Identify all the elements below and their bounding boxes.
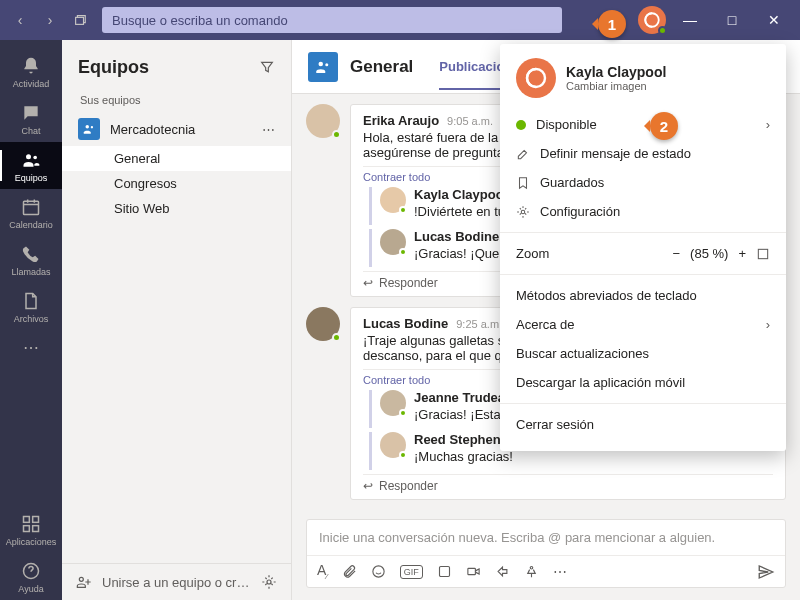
avatar[interactable]: [306, 104, 340, 138]
svg-rect-7: [24, 526, 30, 532]
chevron-right-icon: ›: [766, 117, 770, 132]
team-row[interactable]: Mercadotecnia ⋯: [62, 112, 291, 146]
avatar[interactable]: [306, 307, 340, 341]
channel-sitioweb[interactable]: Sitio Web: [62, 196, 291, 221]
maximize-button[interactable]: □: [714, 6, 750, 34]
profile-avatar-large[interactable]: [516, 58, 556, 98]
close-button[interactable]: ✕: [756, 6, 792, 34]
team-more-icon[interactable]: ⋯: [262, 122, 275, 137]
saved-item[interactable]: Guardados: [500, 168, 786, 197]
reply-icon: ↩: [363, 276, 373, 290]
zoom-in-button[interactable]: +: [738, 246, 746, 261]
fullscreen-icon[interactable]: [756, 247, 770, 261]
svg-point-16: [373, 566, 384, 577]
bookmark-icon: [516, 176, 530, 190]
emoji-icon[interactable]: [371, 564, 386, 579]
svg-point-11: [91, 126, 93, 128]
presence-indicator: [658, 26, 667, 35]
format-icon[interactable]: A∕: [317, 562, 328, 581]
attach-icon[interactable]: [342, 564, 357, 579]
teams-title: Equipos: [78, 57, 149, 78]
svg-point-15: [325, 63, 328, 66]
rail-calls[interactable]: Llamadas: [0, 236, 62, 283]
keyboard-shortcuts[interactable]: Métodos abreviados de teclado: [500, 281, 786, 310]
edit-icon: [516, 147, 530, 161]
svg-rect-18: [468, 568, 476, 574]
channel-general[interactable]: General: [62, 146, 291, 171]
rail-more[interactable]: ⋯: [0, 330, 62, 363]
stream-icon[interactable]: [495, 564, 510, 579]
gear-icon: [516, 205, 530, 219]
rail-help[interactable]: Ayuda: [0, 553, 62, 600]
avatar[interactable]: [380, 390, 406, 416]
svg-point-2: [26, 154, 31, 159]
avatar[interactable]: [380, 229, 406, 255]
meet-icon[interactable]: [466, 564, 481, 579]
profile-avatar[interactable]: [638, 6, 666, 34]
rail-calendar[interactable]: Calendario: [0, 189, 62, 236]
svg-rect-6: [33, 517, 39, 523]
gif-icon[interactable]: GIF: [400, 565, 423, 579]
callout-1: 1: [598, 10, 626, 38]
join-team-label[interactable]: Unirse a un equipo o crea...: [102, 575, 251, 590]
svg-point-21: [521, 210, 525, 214]
reply-button[interactable]: ↩Responder: [363, 474, 773, 495]
avatar[interactable]: [380, 187, 406, 213]
profile-name: Kayla Claypool: [566, 64, 666, 80]
set-status-message[interactable]: Definir mensaje de estado: [500, 139, 786, 168]
svg-rect-0: [76, 17, 84, 24]
svg-point-10: [86, 125, 90, 129]
compose-box: Inicie una conversación nueva. Escriba @…: [306, 519, 786, 588]
filter-icon[interactable]: [259, 59, 275, 75]
search-input[interactable]: Busque o escriba un comando: [102, 7, 562, 33]
about-item[interactable]: Acerca de›: [500, 310, 786, 339]
praise-icon[interactable]: [524, 564, 539, 579]
svg-point-3: [33, 156, 37, 160]
channel-icon: [308, 52, 338, 82]
zoom-value: (85 %): [690, 246, 728, 261]
more-icon[interactable]: ⋯: [553, 564, 567, 580]
minimize-button[interactable]: —: [672, 6, 708, 34]
svg-rect-8: [33, 526, 39, 532]
sign-out[interactable]: Cerrar sesión: [500, 410, 786, 439]
teams-pane: Equipos Sus equipos Mercadotecnia ⋯ Gene…: [62, 40, 292, 600]
svg-rect-17: [439, 567, 449, 577]
new-window-icon[interactable]: [68, 8, 92, 32]
change-picture-link[interactable]: Cambiar imagen: [566, 80, 666, 92]
sticker-icon[interactable]: [437, 564, 452, 579]
post-time: 9:05 a.m.: [447, 115, 493, 127]
compose-input[interactable]: Inicie una conversación nueva. Escriba @…: [307, 520, 785, 555]
rail-chat[interactable]: Chat: [0, 95, 62, 142]
settings-item[interactable]: Configuración: [500, 197, 786, 226]
settings-gear-icon[interactable]: [261, 574, 277, 590]
rail-teams[interactable]: Equipos: [0, 142, 62, 189]
rail-files[interactable]: Archivos: [0, 283, 62, 330]
your-teams-label: Sus equipos: [62, 94, 291, 112]
channel-title: General: [350, 57, 413, 77]
chevron-right-icon: ›: [766, 317, 770, 332]
reply-icon: ↩: [363, 479, 373, 493]
team-icon: [78, 118, 100, 140]
zoom-label: Zoom: [516, 246, 663, 261]
rail-activity[interactable]: Actividad: [0, 48, 62, 95]
back-button[interactable]: ‹: [8, 8, 32, 32]
send-icon[interactable]: [757, 563, 775, 581]
app-rail: Actividad Chat Equipos Calendario Llamad…: [0, 40, 62, 600]
svg-point-13: [267, 580, 271, 584]
svg-rect-5: [24, 517, 30, 523]
post-time: 9:25 a.m.: [456, 318, 502, 330]
title-bar: ‹ › Busque o escriba un comando — □ ✕: [0, 0, 800, 40]
post-author: Erika Araujo: [363, 113, 439, 128]
rail-apps[interactable]: Aplicaciones: [0, 506, 62, 553]
channel-congresos[interactable]: Congresos: [62, 171, 291, 196]
forward-button[interactable]: ›: [38, 8, 62, 32]
check-updates[interactable]: Buscar actualizaciones: [500, 339, 786, 368]
search-placeholder: Busque o escriba un comando: [112, 13, 288, 28]
team-name: Mercadotecnia: [110, 122, 195, 137]
zoom-out-button[interactable]: −: [673, 246, 681, 261]
avatar[interactable]: [380, 432, 406, 458]
download-mobile[interactable]: Descargar la aplicación móvil: [500, 368, 786, 397]
profile-menu: Kayla Claypool Cambiar imagen Disponible…: [500, 44, 786, 451]
zoom-row: Zoom − (85 %) +: [500, 239, 786, 268]
join-team-icon[interactable]: [76, 574, 92, 590]
